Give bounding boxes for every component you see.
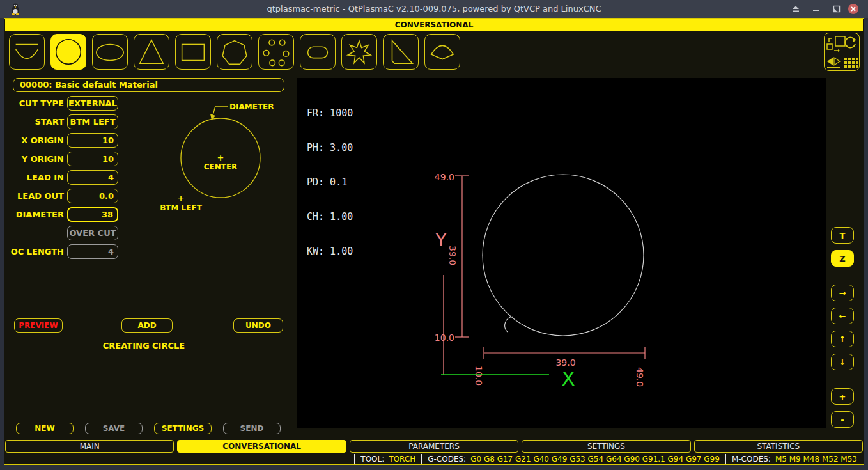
y-dim-length-label: 39.0: [447, 246, 458, 265]
shape-star-button[interactable]: [341, 34, 377, 70]
tool-status-group: TOOL: TORCH: [354, 454, 421, 464]
oc-length-label: OC LENGTH: [6, 244, 64, 259]
pan-down-button[interactable]: ↓: [831, 354, 854, 370]
tab-conversational[interactable]: CONVERSATIONAL: [177, 440, 346, 453]
x-dim-length-label: 39.0: [555, 357, 575, 368]
sector-icon: [425, 34, 460, 70]
tool-label: TOOL:: [360, 455, 384, 464]
tab-settings[interactable]: SETTINGS: [522, 440, 690, 453]
lead-out-label: LEAD OUT: [6, 189, 64, 203]
titlebar: qtplasmac-metric - QtPlasmaC v2.10-009.0…: [0, 0, 868, 18]
shape-bolt-circle-button[interactable]: [258, 34, 294, 70]
new-button[interactable]: NEW: [16, 423, 74, 434]
array-icon: [844, 58, 858, 68]
x-origin-label: X ORIGIN: [6, 133, 64, 148]
lead-in-label: LEAD IN: [6, 170, 64, 185]
gcodes-label: G-CODES:: [428, 455, 466, 464]
zoom-in-button[interactable]: +: [831, 388, 854, 405]
lead-out-input[interactable]: [67, 189, 118, 203]
conversational-header: CONVERSATIONAL: [5, 19, 863, 31]
tab-parameters[interactable]: PARAMETERS: [350, 440, 518, 453]
circle-path: [483, 175, 644, 336]
shade-window-button[interactable]: [790, 3, 802, 15]
gcodes-value: G0 G8 G17 G21 G40 G49 G53 G54 G64 G90 G9…: [470, 455, 720, 464]
line-arc-icon: [10, 34, 44, 70]
creation-status-text: CREATING CIRCLE: [51, 341, 236, 350]
gcode-preview-drawing: 49.0 39.0 10.0 10.0 39.0 49.0 Y X: [297, 78, 826, 428]
y-dim-bottom-label: 10.0: [435, 333, 454, 343]
undo-button[interactable]: UNDO: [233, 318, 283, 333]
y-axis-label: Y: [435, 230, 447, 250]
shape-circle-button[interactable]: [50, 34, 86, 70]
view-top-button[interactable]: T: [831, 227, 854, 244]
view-z-button[interactable]: Z: [831, 250, 854, 267]
circle-hint-diagram: DIAMETER + CENTER + BTM LEFT: [144, 96, 288, 217]
gcodes-status-group: G-CODES: G0 G8 G17 G21 G40 G49 G53 G54 G…: [421, 454, 725, 464]
add-button[interactable]: ADD: [121, 318, 173, 333]
shape-triangle-button[interactable]: [134, 34, 169, 70]
mcodes-status-group: M-CODES: M5 M9 M48 M52 M53: [725, 454, 863, 464]
x-axis-label: X: [561, 367, 575, 390]
stat-kerf-width: KW: 1.00: [307, 246, 353, 257]
scale-icon: [827, 36, 845, 52]
mcodes-label: M-CODES:: [732, 455, 771, 464]
mcodes-value: M5 M9 M48 M52 M53: [775, 455, 857, 464]
triangle-icon: [134, 34, 169, 70]
cut-type-button[interactable]: EXTERNAL: [67, 96, 118, 111]
restore-window-button[interactable]: [831, 3, 842, 15]
star-icon: [342, 34, 376, 70]
tab-main[interactable]: MAIN: [5, 440, 174, 453]
shape-polygon-button[interactable]: [217, 34, 252, 70]
start-button[interactable]: BTM LEFT: [67, 114, 118, 129]
shape-slot-button[interactable]: [300, 34, 336, 70]
x-dim-left-label: 10.0: [474, 366, 484, 386]
pan-right-button[interactable]: →: [831, 285, 854, 301]
mirror-icon: [827, 58, 840, 68]
pan-up-button[interactable]: ↑: [831, 331, 854, 347]
start-label: START: [6, 114, 64, 129]
close-window-button[interactable]: [848, 3, 859, 15]
circle-icon: [51, 34, 86, 70]
shape-rectangle-button[interactable]: [175, 34, 211, 70]
shape-right-triangle-button[interactable]: [383, 34, 419, 70]
stat-feed-rate: FR: 1000: [307, 107, 353, 119]
over-cut-button[interactable]: OVER CUT: [67, 226, 118, 240]
lead-in-arc: [505, 317, 513, 332]
y-dim-top-label: 49.0: [435, 172, 454, 182]
polygon-icon: [217, 34, 252, 70]
diameter-input[interactable]: [67, 207, 118, 222]
qtplasmac-window: qtplasmac-metric - QtPlasmaC v2.10-009.0…: [0, 0, 868, 470]
send-button[interactable]: SEND: [223, 423, 281, 434]
tool-value: TORCH: [389, 455, 415, 464]
save-button[interactable]: SAVE: [85, 423, 143, 434]
bolt-circle-icon: [259, 34, 293, 70]
preview-button[interactable]: PREVIEW: [14, 318, 63, 333]
diagram-start-mark: +: [178, 193, 185, 203]
lead-in-input[interactable]: [67, 170, 118, 185]
status-bar: TOOL: TORCH G-CODES: G0 G8 G17 G21 G40 G…: [5, 453, 863, 465]
x-dim-right-label: 49.0: [635, 367, 645, 387]
y-origin-input[interactable]: [67, 152, 118, 166]
minimize-window-button[interactable]: [810, 3, 822, 15]
shape-sector-button[interactable]: [424, 34, 460, 70]
window-title: qtplasmac-metric - QtPlasmaC v2.10-009.0…: [0, 0, 868, 18]
stat-cut-height: CH: 1.00: [307, 211, 353, 223]
diagram-start-label: BTM LEFT: [160, 203, 202, 212]
tab-statistics[interactable]: STATISTICS: [694, 440, 863, 453]
diagram-center-mark: +: [217, 153, 224, 162]
shape-transform-group-button[interactable]: [824, 33, 860, 71]
diagram-diameter-label: DIAMETER: [229, 102, 274, 111]
stat-pierce-delay: PD: 0.1: [307, 176, 353, 188]
shape-ellipse-button[interactable]: [92, 34, 128, 70]
material-selector[interactable]: 00000: Basic default Material: [13, 78, 284, 92]
x-origin-input[interactable]: [67, 133, 118, 148]
preview-viewport: FR: 1000 PH: 3.00 PD: 0.1 CH: 1.00 KW: 1…: [297, 78, 826, 428]
stat-pierce-height: PH: 3.00: [307, 142, 353, 153]
cut-parameter-stats: FR: 1000 PH: 3.00 PD: 0.1 CH: 1.00 KW: 1…: [307, 84, 353, 280]
shape-line-button[interactable]: [9, 34, 45, 70]
pan-left-button[interactable]: ←: [831, 308, 854, 324]
oc-length-input[interactable]: [67, 244, 118, 259]
rotate-icon: [845, 38, 856, 48]
zoom-out-button[interactable]: -: [831, 411, 854, 428]
settings-button[interactable]: SETTINGS: [154, 423, 212, 434]
